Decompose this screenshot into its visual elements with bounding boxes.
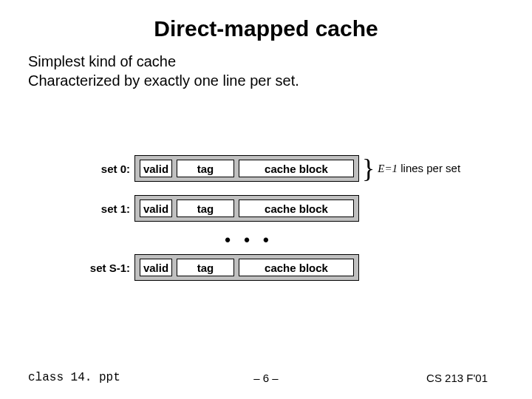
cache-diagram: set 0: valid tag cache block } E=1 lines…	[66, 155, 510, 294]
set-label-last: set S-1:	[66, 262, 134, 274]
set-label-1: set 1:	[66, 202, 134, 215]
block-cell: cache block	[239, 259, 354, 276]
set-row-last: set S-1: valid tag cache block	[66, 254, 510, 281]
set-box: valid tag cache block	[134, 155, 359, 182]
block-cell: cache block	[239, 200, 354, 217]
set-row-1: set 1: valid tag cache block	[66, 195, 510, 222]
tag-cell: tag	[177, 200, 234, 217]
brace-icon: }	[362, 155, 375, 182]
set-box: valid tag cache block	[134, 195, 359, 222]
brace-annotation: } E=1 lines per set	[362, 154, 460, 183]
intro-line-2: Characterized by exactly one line per se…	[28, 71, 532, 90]
set-row-0: set 0: valid tag cache block } E=1 lines…	[66, 155, 510, 182]
intro-line-1: Simplest kind of cache	[28, 52, 532, 71]
valid-cell: valid	[140, 259, 172, 276]
set-label-0: set 0:	[66, 163, 134, 175]
set-box: valid tag cache block	[134, 254, 359, 281]
brace-label: E=1 lines per set	[375, 162, 460, 175]
brace-var: E=1	[378, 163, 398, 174]
valid-cell: valid	[140, 200, 172, 217]
block-cell: cache block	[239, 160, 354, 177]
tag-cell: tag	[177, 160, 234, 177]
page-title: Direct-mapped cache	[0, 0, 532, 41]
valid-cell: valid	[140, 160, 172, 177]
brace-rest: lines per set	[398, 162, 460, 174]
ellipsis: • • •	[134, 231, 364, 250]
intro-block: Simplest kind of cache Characterized by …	[0, 41, 532, 90]
tag-cell: tag	[177, 259, 234, 276]
footer-course: CS 213 F'01	[426, 372, 488, 384]
